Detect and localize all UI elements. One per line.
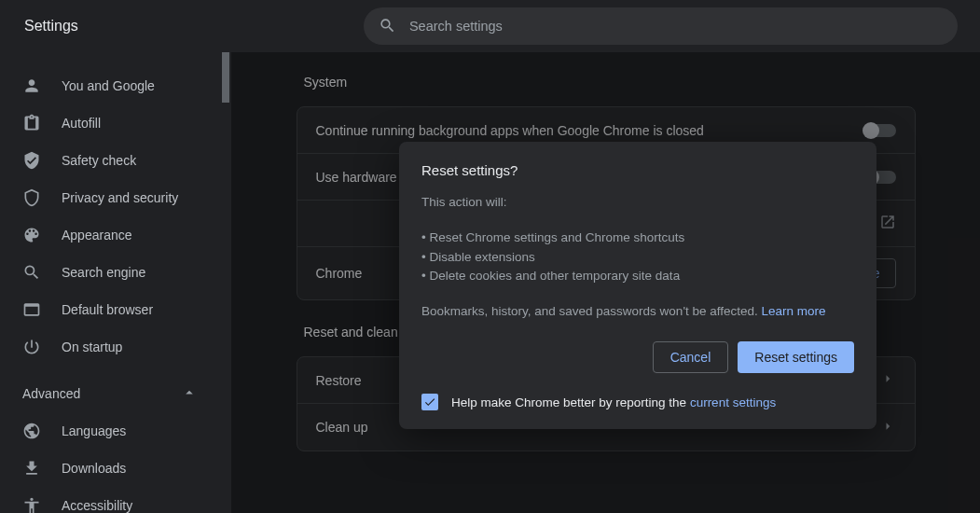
power-icon <box>22 338 41 356</box>
app-root: Settings You and Google Autofill <box>0 0 980 513</box>
dialog-note-text: Bookmarks, history, and saved passwords … <box>421 304 762 318</box>
browser-icon <box>22 300 41 319</box>
reset-settings-dialog: Reset settings? This action will: Reset … <box>399 142 876 429</box>
sidebar-item-you-and-google[interactable]: You and Google <box>0 67 220 104</box>
sidebar-item-autofill[interactable]: Autofill <box>0 104 220 142</box>
sidebar-scrollbar[interactable] <box>220 52 231 513</box>
dialog-bullets: Reset Chrome settings and Chrome shortcu… <box>421 229 854 285</box>
shield-icon <box>22 188 41 207</box>
sidebar-item-label: Downloads <box>62 461 126 476</box>
sidebar-item-default-browser[interactable]: Default browser <box>0 291 220 328</box>
sidebar-item-label: You and Google <box>62 78 155 93</box>
sidebar-advanced-heading[interactable]: Advanced <box>0 375 220 412</box>
sidebar-item-label: Appearance <box>62 228 132 243</box>
dialog-bullet: Reset Chrome settings and Chrome shortcu… <box>421 229 854 247</box>
sidebar: You and Google Autofill Safety check Pri… <box>0 52 220 513</box>
dialog-title: Reset settings? <box>421 162 854 178</box>
sidebar-item-privacy[interactable]: Privacy and security <box>0 179 220 216</box>
dialog-bullet: Delete cookies and other temporary site … <box>421 267 854 285</box>
page-title: Settings <box>0 18 364 35</box>
sidebar-item-label: Search engine <box>62 265 145 280</box>
dialog-note: Bookmarks, history, and saved passwords … <box>421 302 854 321</box>
topbar: Settings <box>0 0 980 52</box>
dialog-footer: Help make Chrome better by reporting the… <box>421 394 854 410</box>
palette-icon <box>22 226 41 244</box>
sidebar-item-safety-check[interactable]: Safety check <box>0 142 220 179</box>
safety-check-icon <box>22 151 41 170</box>
dialog-lead: This action will: <box>421 193 854 212</box>
sidebar-wrap: You and Google Autofill Safety check Pri… <box>0 52 231 513</box>
current-settings-link[interactable]: current settings <box>690 395 776 409</box>
sidebar-item-label: On startup <box>62 340 122 354</box>
dialog-footer-text: Help make Chrome better by reporting the… <box>451 395 776 409</box>
search-bar[interactable] <box>364 7 958 45</box>
sidebar-item-label: Languages <box>62 423 126 438</box>
chevron-up-icon <box>181 384 198 404</box>
sidebar-item-label: Autofill <box>62 116 101 131</box>
search-input[interactable] <box>409 19 943 34</box>
dialog-bullet: Disable extensions <box>421 248 854 267</box>
download-icon <box>22 459 41 478</box>
sidebar-item-appearance[interactable]: Appearance <box>0 216 220 254</box>
sidebar-item-accessibility[interactable]: Accessibility <box>0 487 220 513</box>
sidebar-item-label: Default browser <box>62 302 153 317</box>
advanced-label: Advanced <box>22 386 80 401</box>
sidebar-item-label: Privacy and security <box>62 190 178 205</box>
search-icon <box>379 17 396 35</box>
autofill-icon <box>22 114 41 132</box>
learn-more-link[interactable]: Learn more <box>762 304 826 318</box>
sidebar-item-on-startup[interactable]: On startup <box>0 328 220 366</box>
report-checkbox[interactable] <box>421 394 438 410</box>
sidebar-item-downloads[interactable]: Downloads <box>0 450 220 487</box>
dialog-actions: Cancel Reset settings <box>421 341 854 373</box>
sidebar-item-label: Accessibility <box>62 498 132 513</box>
globe-icon <box>22 422 41 440</box>
cancel-button[interactable]: Cancel <box>653 341 729 373</box>
sidebar-scrollbar-thumb[interactable] <box>222 52 229 103</box>
reset-settings-button[interactable]: Reset settings <box>738 341 854 373</box>
sidebar-item-label: Safety check <box>62 153 136 168</box>
accessibility-icon <box>22 496 41 513</box>
sidebar-item-languages[interactable]: Languages <box>0 412 220 450</box>
person-icon <box>22 76 41 95</box>
footer-pre: Help make Chrome better by reporting the <box>451 395 690 409</box>
sidebar-item-search-engine[interactable]: Search engine <box>0 254 220 291</box>
search-icon <box>22 263 41 282</box>
